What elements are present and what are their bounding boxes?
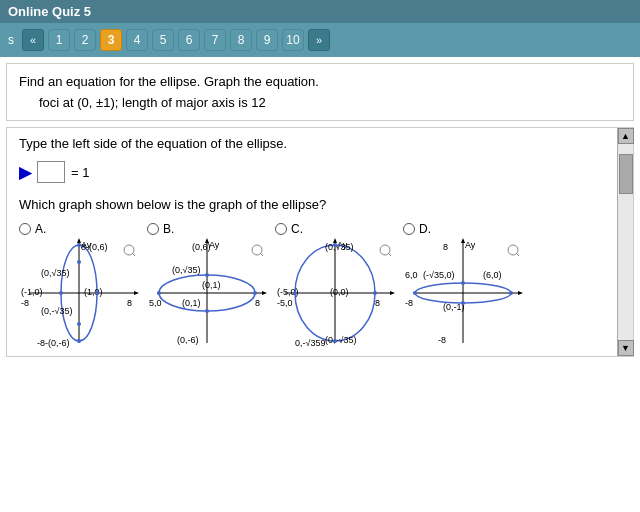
- nav-item-8[interactable]: 8: [230, 29, 252, 51]
- option-c-text: C.: [291, 222, 303, 236]
- equation-input[interactable]: [37, 161, 65, 183]
- option-c: C. Ay: [275, 222, 395, 348]
- svg-text:-5,0: -5,0: [277, 298, 293, 308]
- option-b-label[interactable]: B.: [147, 222, 174, 236]
- radio-b[interactable]: [147, 223, 159, 235]
- scroll-up-button[interactable]: ▲: [618, 128, 634, 144]
- option-d-text: D.: [419, 222, 431, 236]
- svg-text:8-(0,6): 8-(0,6): [81, 242, 108, 252]
- equals-sign: = 1: [71, 165, 89, 180]
- svg-line-21: [132, 253, 135, 256]
- answer-main: Type the left side of the equation of th…: [7, 128, 617, 356]
- scroll-thumb[interactable]: [619, 154, 633, 194]
- svg-text:(0,1): (0,1): [202, 280, 221, 290]
- svg-text:(0,√35): (0,√35): [325, 242, 353, 252]
- svg-point-14: [59, 291, 63, 295]
- option-b: B. Ay: [147, 222, 267, 348]
- radio-c[interactable]: [275, 223, 287, 235]
- graph-b-svg: Ay (0,6) (0,√35) (0,1) (0,-6): [147, 238, 267, 348]
- svg-text:(0,√35): (0,√35): [172, 265, 200, 275]
- nav-item-10[interactable]: 10: [282, 29, 304, 51]
- svg-point-32: [205, 273, 209, 277]
- svg-text:(-√35,0): (-√35,0): [423, 270, 454, 280]
- nav-item-9[interactable]: 9: [256, 29, 278, 51]
- nav-item-6[interactable]: 6: [178, 29, 200, 51]
- svg-line-59: [388, 253, 391, 256]
- svg-point-72: [413, 291, 417, 295]
- scroll-track: [618, 144, 633, 340]
- options-row: A. Ay: [19, 222, 605, 348]
- svg-text:-8: -8: [438, 335, 446, 345]
- main-window: Online Quiz 5 s « 1 2 3 4 5 6 7 8 9 10 »…: [0, 0, 640, 512]
- nav-label: s: [8, 33, 14, 47]
- option-b-text: B.: [163, 222, 174, 236]
- svg-point-54: [293, 291, 297, 295]
- svg-text:5,0: 5,0: [149, 298, 162, 308]
- title-bar: Online Quiz 5: [0, 0, 640, 23]
- svg-text:Ay: Ay: [209, 240, 220, 250]
- svg-line-78: [516, 253, 519, 256]
- svg-text:(0,1): (0,1): [182, 298, 201, 308]
- nav-item-5[interactable]: 5: [152, 29, 174, 51]
- svg-text:(0,0): (0,0): [330, 287, 349, 297]
- svg-point-52: [333, 243, 337, 247]
- graph-c-svg: Ay (0,√35) (-5,0) (0,0) (0,-√35) 0,-√359: [275, 238, 395, 348]
- scroll-down-button[interactable]: ▼: [618, 340, 634, 356]
- svg-text:(0,-√35): (0,-√35): [325, 335, 356, 345]
- svg-line-40: [260, 253, 263, 256]
- svg-text:(0,-6): (0,-6): [177, 335, 199, 345]
- question-title: Find an equation for the ellipse. Graph …: [19, 74, 621, 89]
- graph-b: Ay (0,6) (0,√35) (0,1) (0,-6): [147, 238, 267, 348]
- nav-item-4[interactable]: 4: [126, 29, 148, 51]
- nav-item-7[interactable]: 7: [204, 29, 226, 51]
- svg-point-75: [461, 301, 465, 305]
- svg-point-74: [461, 281, 465, 285]
- svg-point-55: [373, 291, 377, 295]
- radio-a[interactable]: [19, 223, 31, 235]
- svg-marker-24: [262, 291, 267, 295]
- graph-d-svg: Ay 8 6,0 (-√35,0) (6,0) (0,-1) -8: [403, 238, 523, 348]
- svg-point-15: [95, 291, 99, 295]
- title-text: Online Quiz 5: [8, 4, 91, 19]
- svg-text:0,-√359: 0,-√359: [295, 338, 325, 348]
- answer-instruction: Type the left side of the equation of th…: [19, 136, 605, 151]
- svg-text:(0,√35): (0,√35): [41, 268, 69, 278]
- content-area: Find an equation for the ellipse. Graph …: [0, 57, 640, 512]
- svg-text:(0,-√35): (0,-√35): [41, 306, 72, 316]
- svg-point-53: [333, 339, 337, 343]
- svg-point-12: [77, 243, 81, 247]
- graph-d: Ay 8 6,0 (-√35,0) (6,0) (0,-1) -8: [403, 238, 523, 348]
- svg-point-35: [253, 291, 257, 295]
- nav-next-button[interactable]: »: [308, 29, 330, 51]
- option-a-text: A.: [35, 222, 46, 236]
- nav-item-3[interactable]: 3: [100, 29, 122, 51]
- svg-text:8: 8: [443, 242, 448, 252]
- graph-a: Ay 8-(0,6) (0,√35) (-1,0) (1,0) (0,-√35)…: [19, 238, 139, 348]
- svg-text:(0,6): (0,6): [192, 242, 211, 252]
- radio-d[interactable]: [403, 223, 415, 235]
- svg-text:(6,0): (6,0): [483, 270, 502, 280]
- question-subtitle: foci at (0, ±1); length of major axis is…: [39, 95, 621, 110]
- svg-text:(1,0): (1,0): [84, 287, 103, 297]
- answer-section: Type the left side of the equation of th…: [6, 127, 634, 357]
- svg-text:-8-(0,-6): -8-(0,-6): [37, 338, 70, 348]
- nav-item-1[interactable]: 1: [48, 29, 70, 51]
- svg-text:-8: -8: [21, 298, 29, 308]
- svg-text:-8: -8: [405, 298, 413, 308]
- option-d: D. Ay: [403, 222, 523, 348]
- svg-marker-2: [134, 291, 139, 295]
- svg-text:(-1,0): (-1,0): [21, 287, 43, 297]
- graph-c: Ay (0,√35) (-5,0) (0,0) (0,-√35) 0,-√359: [275, 238, 395, 348]
- svg-text:8: 8: [375, 298, 380, 308]
- nav-prev-button[interactable]: «: [22, 29, 44, 51]
- svg-point-73: [509, 291, 513, 295]
- option-a: A. Ay: [19, 222, 139, 348]
- svg-point-17: [77, 322, 81, 326]
- svg-marker-43: [390, 291, 395, 295]
- option-c-label[interactable]: C.: [275, 222, 303, 236]
- equation-input-row: ▶ = 1: [19, 161, 605, 183]
- option-a-label[interactable]: A.: [19, 222, 46, 236]
- svg-text:Ay: Ay: [465, 240, 476, 250]
- nav-item-2[interactable]: 2: [74, 29, 96, 51]
- option-d-label[interactable]: D.: [403, 222, 431, 236]
